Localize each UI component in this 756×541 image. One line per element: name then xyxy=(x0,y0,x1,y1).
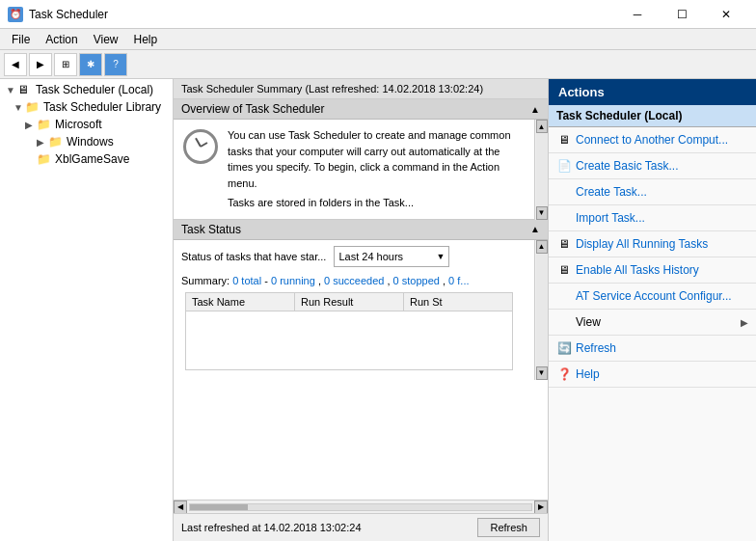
overview-body: You can use Task Scheduler to create and… xyxy=(174,120,548,220)
summary-dash1: - xyxy=(264,275,271,286)
xbl-expand-icon xyxy=(25,154,37,165)
main-layout: ▼ 🖥 Task Scheduler (Local) ▼ 📁 Task Sche… xyxy=(0,79,756,541)
summary-running-link[interactable]: 0 running xyxy=(271,275,315,286)
back-button[interactable]: ◀ xyxy=(4,53,27,76)
view-submenu-arrow: ▶ xyxy=(741,317,748,328)
center-header: Task Scheduler Summary (Last refreshed: … xyxy=(174,79,548,99)
tree-windows-label: Windows xyxy=(67,135,114,149)
task-scroll-track xyxy=(536,254,548,366)
action-connect-text: Connect to Another Comput... xyxy=(576,133,748,147)
action-create-task[interactable]: Create Task... xyxy=(549,179,756,205)
window-title: Task Scheduler xyxy=(29,8,108,21)
col-task-name: Task Name xyxy=(186,293,295,311)
title-bar: ⏰ Task Scheduler ─ ☐ ✕ xyxy=(0,0,756,29)
scroll-down-btn[interactable]: ▼ xyxy=(536,206,548,220)
summary-succeeded-link[interactable]: 0 succeeded xyxy=(324,275,384,286)
refresh-action-icon: 🔄 xyxy=(556,340,572,356)
actions-panel: Actions Task Scheduler (Local) 🖥 Connect… xyxy=(549,79,756,541)
h-scroll-right-btn[interactable]: ▶ xyxy=(534,500,548,514)
windows-folder-icon: 📁 xyxy=(48,135,64,149)
forward-button[interactable]: ▶ xyxy=(29,53,52,76)
action-display-running[interactable]: 🖥 Display All Running Tasks xyxy=(549,231,756,257)
task-scroll-down-btn[interactable]: ▼ xyxy=(536,366,548,380)
action-connect[interactable]: 🖥 Connect to Another Comput... xyxy=(549,127,756,153)
task-status-body: Status of tasks that have star... Last 2… xyxy=(174,240,548,380)
microsoft-expand-icon: ▶ xyxy=(25,120,37,130)
action-refresh[interactable]: 🔄 Refresh xyxy=(549,336,756,362)
task-scroll-up-btn[interactable]: ▲ xyxy=(536,240,548,254)
close-button[interactable]: ✕ xyxy=(704,0,748,29)
task-status-collapse-icon[interactable]: ▲ xyxy=(530,224,540,234)
enable-history-icon: 🖥 xyxy=(556,262,572,278)
tree-library-label: Task Scheduler Library xyxy=(43,100,161,114)
overview-para1: You can use Task Scheduler to create and… xyxy=(228,127,517,191)
tree-microsoft[interactable]: ▶ 📁 Microsoft xyxy=(2,116,171,133)
action-help[interactable]: ❓ Help xyxy=(549,362,756,388)
left-panel: ▼ 🖥 Task Scheduler (Local) ▼ 📁 Task Sche… xyxy=(0,79,174,541)
expand-icon: ▼ xyxy=(6,85,17,95)
scroll-up-btn[interactable]: ▲ xyxy=(536,120,548,133)
overview-collapse-icon[interactable]: ▲ xyxy=(530,104,540,115)
overview-scrollbar[interactable]: ▲ ▼ xyxy=(534,120,548,220)
action-create-basic[interactable]: 📄 Create Basic Task... xyxy=(549,153,756,179)
menu-help[interactable]: Help xyxy=(126,31,166,48)
task-status-header[interactable]: Task Status ▲ xyxy=(174,220,548,240)
horizontal-scrollbar[interactable]: ◀ ▶ xyxy=(174,500,548,513)
tree-xbl-label: XblGameSave xyxy=(55,152,129,166)
action-enable-history[interactable]: 🖥 Enable All Tasks History xyxy=(549,257,756,284)
tree-root[interactable]: ▼ 🖥 Task Scheduler (Local) xyxy=(2,81,171,98)
summary-stopped-link[interactable]: 0 stopped xyxy=(393,275,440,286)
dropdown-value: Last 24 hours xyxy=(338,251,403,262)
task-status-section: Task Status ▲ Status of tasks that have … xyxy=(174,220,548,500)
menu-file[interactable]: File xyxy=(4,31,38,48)
center-panel: Task Scheduler Summary (Last refreshed: … xyxy=(174,79,549,541)
status-dropdown[interactable]: Last 24 hours ▼ xyxy=(334,246,449,267)
menu-action[interactable]: Action xyxy=(38,31,85,48)
task-table-header: Task Name Run Result Run St xyxy=(186,293,512,311)
actions-section-title: Task Scheduler (Local) xyxy=(549,105,756,127)
menu-bar: File Action View Help xyxy=(0,29,756,50)
action-at-service[interactable]: AT Service Account Configur... xyxy=(549,284,756,310)
tree-xblgamesave[interactable]: 📁 XblGameSave xyxy=(2,150,171,168)
actions-section-label: Task Scheduler (Local) xyxy=(556,109,682,122)
task-table-body xyxy=(186,311,512,369)
center-bottom-bar: Last refreshed at 14.02.2018 13:02:24 Re… xyxy=(174,513,548,541)
maximize-button[interactable]: ☐ xyxy=(660,0,704,29)
action-view[interactable]: View ▶ xyxy=(549,310,756,336)
minimize-button[interactable]: ─ xyxy=(615,0,660,29)
center-header-text: Task Scheduler Summary (Last refreshed: … xyxy=(181,83,483,95)
clock-icon xyxy=(181,127,220,166)
properties-button[interactable]: ✱ xyxy=(79,53,102,76)
xbl-folder-icon: 📁 xyxy=(37,152,52,166)
action-create-task-text: Create Task... xyxy=(576,185,748,199)
task-status-title: Task Status xyxy=(181,223,241,236)
col-run-start: Run St xyxy=(404,293,512,311)
task-status-scrollbar[interactable]: ▲ ▼ xyxy=(534,240,548,380)
refresh-button[interactable]: Refresh xyxy=(477,518,540,537)
library-folder-icon: 📁 xyxy=(25,100,40,114)
create-task-icon xyxy=(556,184,572,200)
summary-failed-link[interactable]: 0 f... xyxy=(448,275,469,286)
h-scroll-left-btn[interactable]: ◀ xyxy=(174,500,187,514)
action-import[interactable]: Import Task... xyxy=(549,205,756,231)
menu-view[interactable]: View xyxy=(86,31,126,48)
action-import-text: Import Task... xyxy=(576,211,748,225)
windows-expand-icon: ▶ xyxy=(37,137,48,148)
show-hide-button[interactable]: ⊞ xyxy=(54,53,77,76)
h-scroll-thumb[interactable] xyxy=(190,504,248,510)
status-filter-row: Status of tasks that have star... Last 2… xyxy=(181,246,517,267)
tree-microsoft-label: Microsoft xyxy=(55,118,102,131)
status-label: Status of tasks that have star... xyxy=(181,251,326,262)
actions-header: Actions xyxy=(549,79,756,105)
window-controls: ─ ☐ ✕ xyxy=(615,0,748,29)
summary-total-link[interactable]: 0 total xyxy=(232,275,261,286)
help-button[interactable]: ? xyxy=(104,53,127,76)
overview-section-header[interactable]: Overview of Task Scheduler ▲ xyxy=(174,99,548,120)
actions-title: Actions xyxy=(558,85,605,99)
tree-windows[interactable]: ▶ 📁 Windows xyxy=(2,133,171,150)
h-scroll-track xyxy=(189,503,532,511)
tree-library[interactable]: ▼ 📁 Task Scheduler Library xyxy=(2,98,171,116)
action-create-basic-text: Create Basic Task... xyxy=(576,159,748,173)
summary-text: Summary: 0 total - 0 running , 0 succeed… xyxy=(181,273,517,288)
connect-icon: 🖥 xyxy=(556,132,572,148)
